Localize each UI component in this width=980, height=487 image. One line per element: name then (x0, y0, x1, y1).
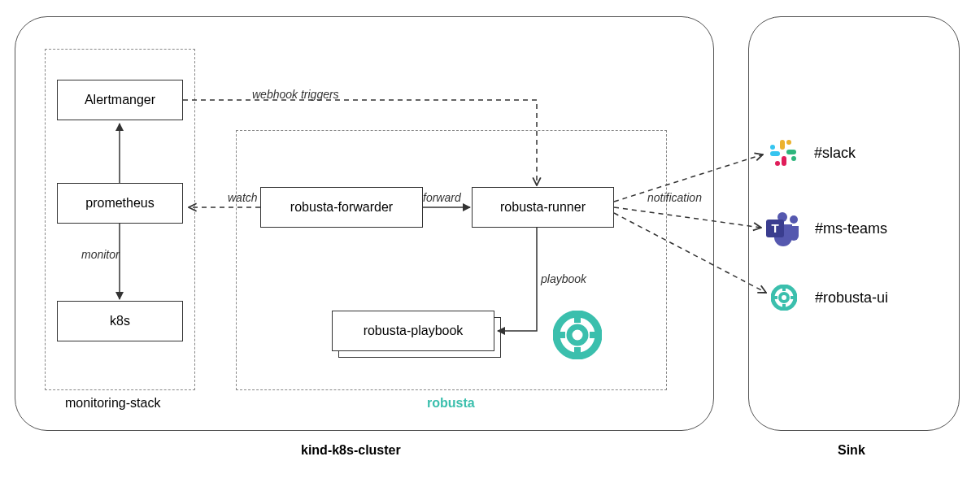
node-alertmanager-text: Alertmanger (85, 93, 155, 107)
edge-monitor: monitor (81, 248, 120, 261)
svg-rect-16 (772, 296, 777, 299)
node-alertmanager: Alertmanger (57, 80, 183, 120)
svg-rect-20 (574, 312, 581, 323)
node-runner: robusta-runner (472, 187, 614, 228)
cluster-label: kind-k8s-cluster (301, 443, 401, 458)
edge-forward: forward (423, 191, 461, 204)
monitoring-label: monitoring-stack (65, 396, 160, 411)
edge-watch: watch (228, 191, 258, 204)
svg-point-19 (569, 327, 586, 343)
node-playbook: robusta-playbook (332, 311, 494, 351)
svg-rect-17 (791, 296, 796, 299)
node-prometheus-text: prometheus (85, 196, 155, 211)
svg-rect-0 (780, 140, 785, 150)
sink-label: Sink (838, 443, 865, 458)
edge-playbook: playbook (541, 272, 586, 285)
sink-robusta-ui: #robusta-ui (771, 285, 888, 311)
robusta-icon (771, 285, 797, 311)
teams-icon: T (764, 210, 802, 247)
svg-point-5 (775, 161, 780, 166)
svg-point-1 (786, 140, 791, 145)
sink-teams: T #ms-teams (764, 210, 887, 247)
sink-teams-label: #ms-teams (815, 220, 887, 237)
svg-rect-6 (770, 151, 780, 156)
sink-slack: #slack (769, 138, 856, 167)
svg-rect-21 (574, 347, 581, 358)
node-runner-text: robusta-runner (500, 200, 586, 215)
node-forwarder-text: robusta-forwarder (290, 200, 393, 215)
svg-point-3 (791, 156, 796, 161)
svg-rect-23 (590, 332, 600, 338)
node-k8s-text: k8s (110, 314, 130, 328)
robusta-label: robusta (427, 396, 475, 411)
svg-point-8 (790, 215, 798, 224)
svg-rect-4 (782, 156, 786, 166)
node-playbook-text: robusta-playbook (364, 324, 464, 338)
svg-rect-14 (782, 285, 786, 291)
svg-rect-15 (782, 304, 786, 310)
svg-text:T: T (771, 221, 778, 235)
slack-icon (769, 138, 798, 167)
node-forwarder: robusta-forwarder (260, 187, 423, 228)
svg-rect-2 (786, 150, 796, 154)
edge-notification: notification (647, 191, 702, 204)
svg-point-7 (770, 145, 775, 150)
sink-slack-label: #slack (814, 145, 856, 162)
node-k8s: k8s (57, 301, 183, 341)
sink-robusta-ui-label: #robusta-ui (815, 289, 888, 307)
node-prometheus: prometheus (57, 183, 183, 224)
svg-point-13 (780, 294, 788, 302)
svg-rect-22 (555, 332, 565, 338)
edge-webhook: webhook triggers (252, 88, 339, 101)
robusta-logo-large (553, 311, 602, 359)
